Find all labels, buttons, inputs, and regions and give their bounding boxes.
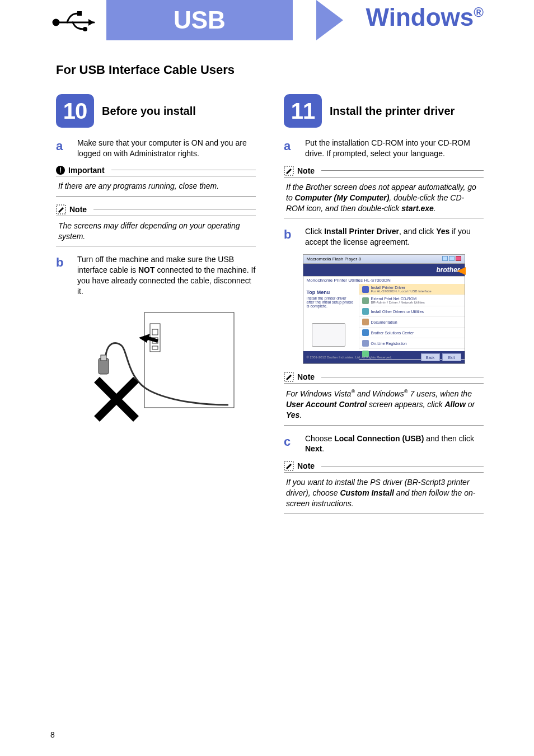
os-label-text: Windows [366, 3, 474, 31]
note-label-r3: Note [297, 461, 315, 470]
pencil-icon [284, 166, 294, 176]
note-callout-r3: Note If you want to install the PS drive… [284, 461, 484, 514]
svg-rect-11 [101, 355, 106, 361]
ss-item-solutions: Brother Solutions Center [359, 328, 465, 338]
ss-item-docs: Documentation [359, 317, 465, 328]
svg-rect-2 [77, 11, 82, 16]
ss-item-extend: Extend Print Net CD-ROMBR-Admin / Driver… [359, 295, 465, 306]
c-b2: Next [305, 444, 322, 453]
b-r-b2: Yes [436, 227, 449, 236]
page-number: 8 [50, 730, 55, 739]
ss-exit-button: Exit [442, 353, 461, 361]
ss-i5: On-Line Registration [371, 342, 407, 346]
substep-letter-b-r: b [284, 226, 297, 248]
ss-i0-s: For HL-S7000DN / Local / USB Interface [371, 290, 432, 293]
step-11-b: b Click Install Printer Driver, and clic… [284, 226, 484, 248]
n2-b3: Yes [286, 410, 299, 419]
step-10-title: Before you install [102, 105, 196, 118]
registered-mark: ® [474, 4, 484, 20]
ss-right-panel: Install Printer DriverFor HL-S7000DN / L… [359, 284, 465, 351]
ss-pointer-arrow [457, 267, 466, 275]
ss-i1-t: Extend Print Net CD-ROM [371, 297, 425, 301]
n2-t3: 7 users, when the [408, 389, 472, 398]
ss-left-text: Install the printer driver after the ini… [307, 296, 355, 308]
step-11-b-text: Click Install Printer Driver, and click … [305, 226, 484, 248]
printer-usb-illustration [77, 307, 245, 419]
ss-i1-s: BR-Admin / Driver / Network Utilities [371, 301, 425, 304]
note-body-left: The screens may differ depending on your… [56, 216, 256, 247]
substep-letter-c-r: c [284, 433, 297, 455]
substep-letter-b: b [56, 254, 69, 297]
ss-i0-t: Install Printer Driver [371, 286, 432, 290]
c-t3: . [322, 444, 324, 453]
n1-b2: start.exe [401, 204, 434, 213]
ss-window-title: Macromedia Flash Player 8 [307, 256, 361, 262]
ss-top-menu: Top Menu [307, 290, 355, 295]
step-10-a: a Make sure that your computer is ON and… [56, 138, 256, 159]
n2-t5: or [466, 400, 475, 409]
substep-letter-a-r: a [284, 138, 297, 159]
ss-copyright: © 2001-2012 Brother Industries, Ltd. All… [307, 356, 419, 359]
note-callout-r2: Note For Windows Vista® and Windows® 7 u… [284, 372, 484, 425]
step-10-header: 10 Before you install [56, 94, 256, 128]
ss-titlebar: Macromedia Flash Player 8 [303, 255, 465, 264]
b-r-t1: Click [305, 227, 324, 236]
ss-item-install-driver: Install Printer DriverFor HL-S7000DN / L… [359, 284, 465, 295]
ss-printer-thumbnail [312, 323, 345, 347]
b-r-t2: , and click [399, 227, 436, 236]
pencil-icon [284, 372, 294, 382]
b-text-not: NOT [138, 265, 155, 274]
ss-body: Top Menu Install the printer driver afte… [303, 284, 465, 351]
globe-icon [362, 329, 369, 336]
usb-label: USB [174, 6, 226, 34]
n2-t6: . [299, 410, 302, 419]
doc-icon [362, 319, 369, 325]
b-r-b1: Install Printer Driver [324, 227, 399, 236]
step-11-a-text: Put the installation CD-ROM into your CD… [305, 138, 484, 159]
step-10-b-text: Turn off the machine and make sure the U… [77, 254, 256, 297]
step-badge-10: 10 [56, 94, 94, 128]
step-11-title: Install the printer driver [330, 105, 455, 118]
step-11-a: a Put the installation CD-ROM into your … [284, 138, 484, 159]
os-label: Windows® [366, 3, 484, 31]
step-11-c-text: Choose Local Connection (USB) and then c… [305, 433, 484, 455]
step-11-c: c Choose Local Connection (USB) and then… [284, 433, 484, 455]
step-10-a-text: Make sure that your computer is ON and y… [77, 138, 256, 159]
important-body: If there are any programs running, close… [56, 176, 256, 197]
n2-b1: User Account Control [286, 400, 367, 409]
important-callout: ! Important If there are any programs ru… [56, 166, 256, 197]
substep-letter-a: a [56, 138, 69, 159]
ss-left-panel: Top Menu Install the printer driver afte… [303, 284, 359, 351]
svg-point-3 [83, 27, 87, 31]
ss-i2: Install Other Drivers or Utilities [371, 310, 424, 314]
ss-window-buttons [441, 256, 461, 262]
usb-header-block: USB [106, 0, 293, 40]
n3-b1: Custom Install [340, 488, 394, 497]
ss-i3: Documentation [371, 320, 397, 324]
c-t2: and then click [424, 434, 474, 443]
left-column: 10 Before you install a Make sure that y… [56, 94, 256, 522]
usb-icon [50, 6, 101, 34]
n2-t4: screen appears, click [367, 400, 444, 409]
c-t1: Choose [305, 434, 334, 443]
step-badge-11: 11 [284, 94, 322, 128]
ss-back-button: Back [421, 353, 440, 361]
svg-rect-7 [152, 329, 158, 335]
page-header: USB Windows® [0, 0, 534, 40]
note-callout-left: Note The screens may differ depending on… [56, 204, 256, 247]
ss-item-register: On-Line Registration [359, 338, 465, 349]
pencil-icon [56, 204, 66, 214]
step-10-b: b Turn off the machine and make sure the… [56, 254, 256, 297]
header-arrow [316, 0, 355, 40]
important-icon: ! [56, 166, 65, 175]
cd-icon [362, 286, 369, 293]
ss-i4: Brother Solutions Center [371, 331, 414, 335]
n2-t1: For Windows Vista [286, 389, 351, 398]
driver-icon [362, 308, 369, 315]
note-label-left: Note [69, 205, 87, 214]
step-11-header: 11 Install the printer driver [284, 94, 484, 128]
page-title: For USB Interface Cable Users [56, 63, 534, 77]
tools-icon [362, 297, 369, 304]
n1-t3: . [434, 204, 436, 213]
note-body-r2: For Windows Vista® and Windows® 7 users,… [284, 384, 484, 425]
